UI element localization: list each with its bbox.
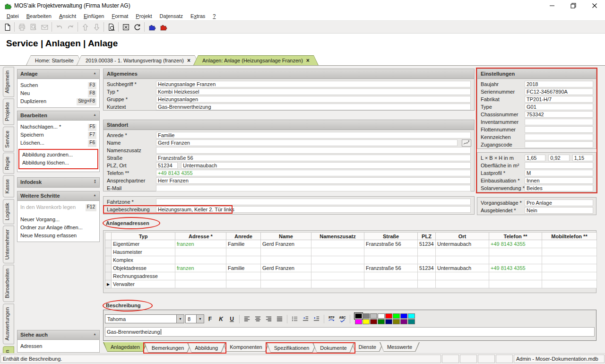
detail-tab-spezifikationen[interactable]: Spezifikationen — [267, 343, 317, 353]
cell-eigentuemer-plz[interactable]: 51234 — [418, 240, 436, 248]
module-tab-regie[interactable]: Regie — [3, 153, 14, 174]
field-gruppe[interactable]: Heizungsanlagen — [156, 96, 471, 103]
field-plz-ort-2[interactable]: Untermaubach — [181, 162, 471, 169]
palette-color-00ff00[interactable] — [393, 313, 400, 319]
cell-eigentuemer-adresse[interactable]: franzen — [175, 240, 226, 248]
cell-hausmeister-strasse[interactable] — [364, 248, 418, 256]
close-tab-icon[interactable]: × — [187, 58, 190, 63]
palette-color-ff0000[interactable] — [385, 313, 392, 319]
cell-hausmeister-telefon[interactable] — [489, 248, 542, 256]
refresh-icon[interactable] — [131, 22, 143, 33]
sidebar-section-header[interactable]: Bearbeiten▲ — [17, 111, 99, 121]
field-lagebeschreibung[interactable]: Heizungsraum, Keller 2. Tür links — [156, 206, 471, 213]
indent-button[interactable] — [311, 314, 321, 324]
sidebar-section-header[interactable]: Weitere Schritte▲ — [17, 191, 99, 201]
field-telefon[interactable]: +49 8143 4355 — [156, 170, 471, 176]
doc-tab-anlagen-anlage-heizungsanlage-[interactable]: Anlagen: Anlage (Heizungsanlage Franzen)… — [193, 55, 319, 65]
field-suchbegriff[interactable]: Heizungsanlage Franzen — [156, 81, 471, 87]
palette-color-ff00ff[interactable] — [355, 319, 362, 324]
new-document-icon[interactable] — [1, 22, 13, 33]
cell-eigentuemer-typ[interactable]: Eigentümer — [112, 240, 175, 248]
move-up-icon[interactable] — [79, 22, 91, 33]
menu-ansicht[interactable]: Ansicht — [55, 12, 80, 20]
cell-objektadresse-namenszusatz[interactable] — [311, 264, 364, 272]
field-ansprechpartner[interactable]: Herr Franzen — [156, 177, 471, 184]
menu-projekt[interactable]: Projekt — [132, 12, 156, 20]
sidebar-item-abbildung-zuordnen[interactable]: Abbildung zuordnen... — [19, 151, 97, 159]
cell-objektadresse-plz[interactable]: 51234 — [418, 264, 436, 272]
row-selector[interactable] — [105, 256, 112, 264]
field-inventarnummer[interactable] — [525, 119, 593, 125]
redo-icon[interactable] — [65, 22, 76, 33]
palette-color-0000ff[interactable] — [400, 313, 407, 319]
row-selector[interactable] — [105, 264, 112, 272]
cell-eigentuemer-namenszusatz[interactable] — [311, 240, 364, 248]
field-anrede[interactable]: Familie — [156, 132, 471, 139]
field-chassisnummer[interactable]: 753342 — [525, 111, 593, 118]
detail-tab-anlagedaten[interactable]: Anlagedaten — [103, 342, 147, 352]
cell-objektadresse-telefon[interactable]: +49 8143 4355 — [489, 264, 542, 272]
cell-hausmeister-namenszusatz[interactable] — [311, 248, 364, 256]
align-center-button[interactable] — [253, 314, 263, 324]
field-vorgangsablage[interactable]: Pro Anlage — [525, 199, 593, 206]
sidebar-item-adressen[interactable]: Adressen — [17, 342, 99, 350]
cell-rechnungsadresse-ort[interactable] — [436, 272, 489, 280]
print-preview-icon[interactable] — [27, 22, 39, 33]
cell-komplex-ort[interactable] — [436, 256, 489, 264]
chevron-down-icon[interactable]: ▼ — [196, 315, 204, 323]
menu-hilfe[interactable]: ? — [209, 12, 219, 20]
beschreibung-text-input[interactable]: Gas-Brennwertheizung — [105, 327, 595, 337]
field-kennzeichen[interactable] — [525, 134, 593, 140]
cell-objektadresse-anrede[interactable]: Familie — [226, 264, 261, 272]
align-justify-button[interactable] — [275, 314, 285, 324]
cell-eigentuemer-telefon[interactable]: +49 8143 4355 — [489, 240, 542, 248]
move-down-icon[interactable] — [91, 22, 102, 33]
sidebar-item-neue-messung-erfassen[interactable]: Neue Messung erfassen — [17, 232, 99, 240]
cell-rechnungsadresse-name[interactable] — [261, 272, 311, 280]
field-l-b-h-in-m-2[interactable]: 0,92 — [548, 155, 569, 161]
field-fahrtzone[interactable] — [156, 199, 471, 205]
sidebar-item-speichern[interactable]: SpeichernF7 — [17, 131, 99, 139]
palette-color-000080[interactable] — [385, 319, 392, 324]
cell-rechnungsadresse-adresse[interactable] — [175, 272, 226, 280]
palette-color-808080[interactable] — [363, 313, 370, 319]
menu-extras[interactable]: Extras — [187, 12, 209, 20]
minimize-button[interactable] — [541, 0, 562, 11]
cell-verwalter-typ[interactable]: Verwalter — [112, 280, 175, 288]
cell-komplex-plz[interactable] — [418, 256, 436, 264]
cell-rechnungsadresse-namenszusatz[interactable] — [311, 272, 364, 280]
cell-verwalter-telefon[interactable] — [489, 280, 542, 288]
menu-einfuegen[interactable]: Einfügen — [80, 12, 108, 20]
palette-color-ffffff[interactable] — [378, 313, 385, 319]
close-button[interactable] — [584, 0, 605, 11]
restore-button[interactable] — [562, 0, 584, 11]
palette-color-800000[interactable] — [370, 319, 377, 324]
field-einbausituation[interactable]: Innen — [525, 177, 593, 184]
doc-tab-home-startseite[interactable]: Home: Startseite — [26, 55, 83, 65]
page-preview-icon[interactable] — [105, 22, 117, 33]
sidebar-section-header[interactable]: Anlage▲ — [17, 69, 99, 79]
cell-objektadresse-name[interactable]: Gerd Franzen — [261, 264, 311, 272]
cell-objektadresse-typ[interactable]: Objektadresse — [112, 264, 175, 272]
cell-eigentuemer-anrede[interactable]: Familie — [226, 240, 261, 248]
module-tab-kasse[interactable]: Kasse — [3, 175, 14, 198]
field-ausgeblendet[interactable]: Nein — [525, 207, 593, 214]
cell-verwalter-ort[interactable] — [436, 280, 489, 288]
cell-verwalter-plz[interactable] — [418, 280, 436, 288]
field-l-b-h-in-m-3[interactable]: 1,15 — [572, 155, 593, 161]
undo-icon[interactable] — [53, 22, 65, 33]
cell-objektadresse-ort[interactable]: Untermaubach — [436, 264, 489, 272]
field-flottennummer[interactable] — [525, 126, 593, 133]
close-tab-icon[interactable]: × — [306, 58, 310, 63]
module-tab-logistik[interactable]: Logistik — [3, 199, 14, 224]
field-kurztext[interactable]: Gas-Brennwertheizung — [156, 104, 471, 110]
palette-color-808000[interactable] — [393, 319, 400, 324]
field-strasse[interactable]: Franzstraße 56 — [156, 155, 471, 161]
sidebar-item-loeschen[interactable]: Löschen...F6 — [17, 139, 99, 147]
field-baujahr[interactable]: 2018 — [525, 81, 593, 87]
sidebar-section-header[interactable]: Infodesk▲▼ — [17, 178, 99, 187]
cell-verwalter-namenszusatz[interactable] — [311, 280, 364, 288]
module-tab-auswertungen[interactable]: Auswertungen — [3, 303, 14, 344]
collapse-icon[interactable]: ▲ — [93, 71, 96, 75]
detail-tab-bemerkungen[interactable]: Bemerkungen — [144, 343, 192, 353]
